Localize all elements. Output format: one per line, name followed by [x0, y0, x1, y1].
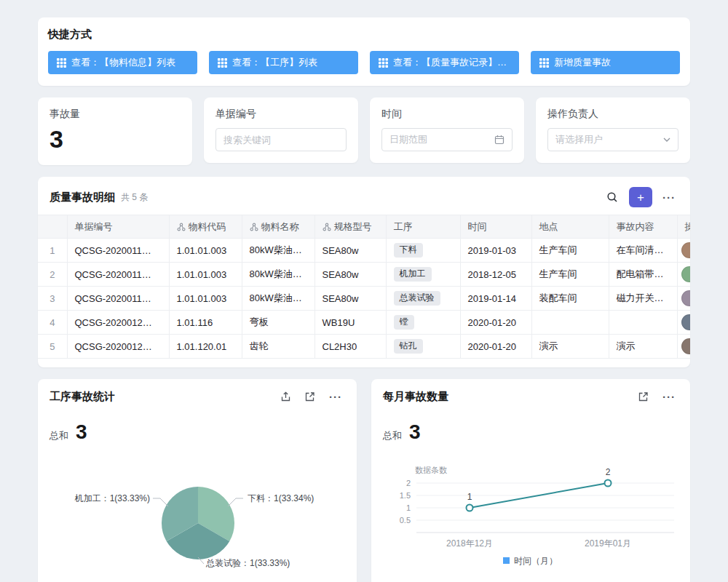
- cell-operator: [677, 239, 690, 263]
- data-point[interactable]: [467, 505, 473, 511]
- avatar[interactable]: [681, 242, 691, 258]
- accident-count-value: 3: [50, 125, 181, 154]
- shortcut-button-label: 查看：【质量事故记录】…: [393, 56, 507, 69]
- shortcut-button-1[interactable]: 查看：【物料信息】列表: [48, 51, 197, 74]
- avatar[interactable]: [681, 314, 691, 330]
- accident-detail-card: 质量事故明细 共 5 条 + ··· 单据编号物料代码物料名称规格型号工序时间地…: [38, 177, 690, 367]
- cell-doc-no: QCSG-2020012…: [67, 335, 169, 359]
- cell-doc-no: QCSG-2020011…: [67, 287, 169, 311]
- export-icon: [280, 391, 291, 402]
- column-header-3[interactable]: 物料名称: [242, 215, 314, 239]
- open-chart-button[interactable]: [302, 389, 317, 404]
- data-point[interactable]: [605, 480, 612, 487]
- pie-chart-header: 工序事故统计 ···: [50, 389, 345, 404]
- record-count: 共 5 条: [121, 191, 148, 204]
- table-row[interactable]: 5QCSG-2020012…1.01.120.01齿轮CL2H30钻孔2020-…: [38, 335, 690, 359]
- table-more-button[interactable]: ···: [660, 191, 678, 204]
- shortcut-button-3[interactable]: 查看：【质量事故记录】…: [370, 51, 519, 74]
- date-range-field[interactable]: 日期范围: [381, 128, 513, 151]
- x-tick-label: 2018年12月: [446, 538, 493, 549]
- y-tick-label: 1: [406, 503, 411, 512]
- y-tick-label: 1.5: [400, 491, 411, 500]
- y-axis-title: 数据条数: [415, 466, 447, 474]
- doc-no-search-field[interactable]: [215, 128, 347, 151]
- column-header-4[interactable]: 规格型号: [314, 215, 386, 239]
- doc-no-filter-label: 单据编号: [215, 108, 347, 121]
- cell-operator: [677, 287, 690, 311]
- monthly-accident-chart-card: 每月事故数量 ··· 总和 3 0.511.52数据条数12018年12月220…: [371, 379, 690, 582]
- process-tag: 钻孔: [394, 339, 423, 354]
- cell-content: 在车间清洗…: [609, 239, 677, 263]
- shortcut-button-4[interactable]: 新增质量事故: [531, 51, 680, 74]
- add-record-button[interactable]: +: [629, 187, 652, 207]
- column-header-5[interactable]: 工序: [386, 215, 460, 239]
- pie-total-value: 3: [76, 420, 87, 444]
- doc-no-search-input[interactable]: [223, 135, 339, 146]
- relation-icon: [323, 223, 331, 231]
- pie-leader-line: [228, 498, 243, 506]
- pie-more-button[interactable]: ···: [326, 391, 345, 403]
- row-number-header: [38, 215, 67, 239]
- line-total-row: 总和 3: [383, 420, 678, 444]
- cell-doc-no: QCSG-2020011…: [67, 239, 169, 263]
- avatar[interactable]: [681, 266, 691, 282]
- cell-material-name: 弯板: [242, 311, 314, 335]
- column-header-1[interactable]: 单据编号: [67, 215, 169, 239]
- table-row[interactable]: 2QCSG-2020011…1.01.01.00380kW柴油…SEA80w机加…: [38, 263, 690, 287]
- cell-place: 生产车间: [531, 263, 609, 287]
- charts-row: 工序事故统计 ··· 总和 3 下料：1(33.34%)总装试验：1(33.33…: [38, 379, 690, 582]
- cell-operator: [677, 335, 690, 359]
- export-button[interactable]: [278, 389, 293, 404]
- table-row[interactable]: 3QCSG-2020011…1.01.01.00380kW柴油…SEA80w总装…: [38, 287, 690, 311]
- date-range-placeholder: 日期范围: [389, 133, 427, 146]
- cell-material-code: 1.01.01.003: [169, 263, 242, 287]
- table-row[interactable]: 4QCSG-2020012…1.01.116弯板WB19U镗2020-01-20: [38, 311, 690, 335]
- column-header-7[interactable]: 地点: [531, 215, 609, 239]
- avatar[interactable]: [681, 290, 691, 306]
- accident-count-label: 事故量: [50, 108, 181, 121]
- shortcut-button-label: 新增质量事故: [554, 56, 611, 69]
- column-header-6[interactable]: 时间: [460, 215, 531, 239]
- dashboard-body: { "colors": { "accent_blue": "#4aa0f6", …: [0, 0, 728, 582]
- process-pie-chart: 下料：1(33.34%)总装试验：1(33.33%)机加工：1(33.33%): [50, 445, 345, 569]
- pie-annotation: 总装试验：1(33.33%): [205, 558, 290, 568]
- avatar[interactable]: [681, 338, 691, 354]
- operator-select[interactable]: 请选择用户: [547, 128, 678, 151]
- open-in-new-icon: [638, 391, 649, 402]
- open-chart-button[interactable]: [636, 389, 651, 404]
- x-tick-label: 2019年01月: [585, 538, 631, 549]
- cell-place: [531, 311, 609, 335]
- line-more-button[interactable]: ···: [660, 391, 678, 403]
- cell-date: 2020-01-20: [460, 335, 531, 359]
- shortcut-button-2[interactable]: 查看：【工序】列表: [209, 51, 358, 74]
- column-header-9[interactable]: 操作负责人: [677, 215, 690, 239]
- process-tag: 机加工: [394, 267, 432, 282]
- x-axis-title: 时间（月）: [514, 556, 558, 566]
- process-tag: 总装试验: [394, 291, 440, 306]
- cell-spec: SEA80w: [314, 287, 386, 311]
- cell-content: 演示: [609, 335, 677, 359]
- table-row[interactable]: 1QCSG-2020011…1.01.01.00380kW柴油…SEA80w下料…: [38, 239, 690, 263]
- column-header-2[interactable]: 物料代码: [169, 215, 242, 239]
- table-header-row: 单据编号物料代码物料名称规格型号工序时间地点事故内容操作负责人: [38, 215, 690, 239]
- row-number: 3: [38, 287, 67, 311]
- chevron-down-icon: [663, 137, 670, 142]
- data-point-label: 1: [467, 492, 472, 502]
- grid-icon: [57, 58, 66, 68]
- pie-chart-title: 工序事故统计: [50, 390, 115, 404]
- open-in-new-icon: [304, 391, 315, 402]
- cell-doc-no: QCSG-2020012…: [67, 311, 169, 335]
- calendar-icon: [494, 135, 505, 145]
- cell-material-name: 齿轮: [242, 335, 314, 359]
- column-header-8[interactable]: 事故内容: [609, 215, 677, 239]
- cell-content: [609, 311, 677, 335]
- cell-material-code: 1.01.116: [169, 311, 242, 335]
- line-total-value: 3: [409, 420, 421, 444]
- pie-total-label: 总和: [50, 429, 68, 442]
- cell-spec: SEA80w: [314, 239, 386, 263]
- operator-filter-label: 操作负责人: [547, 108, 678, 121]
- doc-no-filter-card: 单据编号: [204, 97, 358, 163]
- cell-operator: [677, 311, 690, 335]
- y-tick-label: 0.5: [400, 516, 411, 525]
- search-button[interactable]: [604, 189, 620, 205]
